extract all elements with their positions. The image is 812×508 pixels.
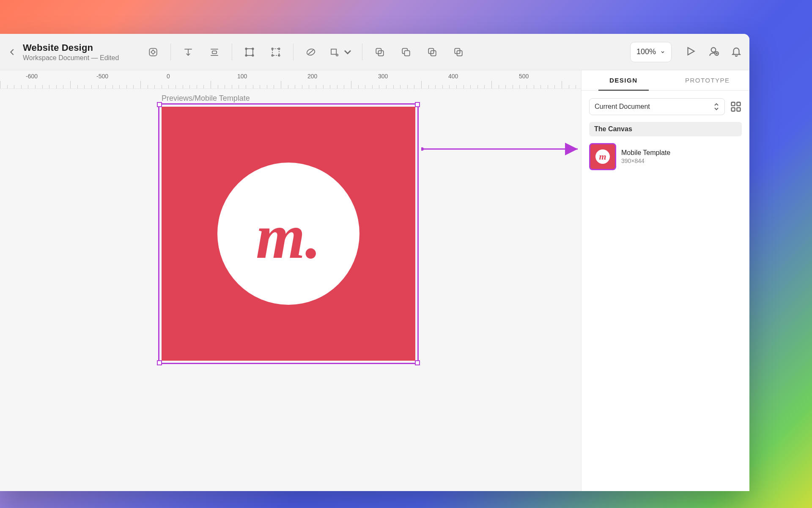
document-scope-select[interactable]: Current Document (589, 98, 725, 115)
svg-rect-1 (151, 50, 155, 54)
svg-rect-7 (246, 49, 253, 55)
chevron-down-icon (342, 46, 354, 58)
inspector-tabs: DESIGN PROTOTYPE (582, 70, 749, 91)
tab-design[interactable]: DESIGN (582, 70, 666, 90)
asset-thumbnail: m (589, 143, 616, 170)
svg-rect-39 (737, 108, 740, 111)
boolean-subtract-button[interactable] (395, 41, 417, 64)
frame-tool-button[interactable] (326, 41, 356, 64)
toolbar-separator (293, 44, 294, 61)
svg-point-35 (421, 147, 424, 151)
ruler-label: 500 (519, 73, 529, 80)
tab-prototype[interactable]: PROTOTYPE (666, 70, 750, 90)
ungroup-button[interactable] (264, 41, 287, 64)
ruler-label: 400 (448, 73, 458, 80)
ruler-label: -500 (96, 73, 108, 80)
inspector-section-header: The Canvas (589, 122, 742, 136)
insert-shape-button[interactable] (142, 41, 165, 64)
svg-rect-5 (212, 51, 217, 53)
chevron-down-icon (660, 50, 665, 55)
group-button[interactable] (238, 41, 261, 64)
document-scope-value: Current Document (595, 103, 650, 110)
titlebar: Website Design Workspace Document — Edit… (0, 34, 749, 70)
asset-name: Mobile Template (621, 149, 670, 157)
asset-thumb-letter: m (595, 149, 610, 164)
distribute-vertical-button[interactable] (177, 41, 200, 64)
resize-handle-nw[interactable] (157, 102, 162, 107)
svg-rect-36 (732, 102, 735, 106)
zoom-value: 100% (636, 47, 656, 56)
ruler-label: 300 (378, 73, 388, 80)
horizontal-ruler: -600 -500 0 100 200 300 400 500 /*ticks … (0, 70, 581, 89)
stepper-icon (713, 103, 719, 110)
play-preview-button[interactable] (685, 46, 696, 58)
toolbar: 100% (142, 41, 742, 64)
ruler-label: 0 (167, 73, 170, 80)
svg-rect-37 (737, 102, 740, 106)
svg-line-18 (308, 50, 313, 54)
document-subtitle: Workspace Document — Edited (23, 54, 119, 62)
svg-rect-24 (405, 50, 410, 55)
toolbar-separator (362, 44, 362, 61)
svg-rect-38 (732, 108, 735, 111)
notifications-button[interactable] (731, 46, 742, 58)
ruler-label: 200 (307, 73, 317, 80)
ruler-label: -600 (26, 73, 38, 80)
boolean-difference-button[interactable] (447, 41, 470, 64)
svg-rect-12 (272, 49, 279, 55)
svg-point-20 (336, 54, 338, 55)
distribute-horizontal-button[interactable] (203, 41, 226, 64)
toolbar-separator (170, 44, 171, 61)
resize-handle-sw[interactable] (157, 360, 162, 365)
svg-marker-29 (688, 47, 694, 55)
boolean-intersect-button[interactable] (421, 41, 444, 64)
color-adjust-button[interactable] (299, 41, 322, 64)
share-user-button[interactable] (708, 46, 719, 58)
toolbar-separator (232, 44, 232, 61)
app-window: Website Design Workspace Document — Edit… (0, 34, 749, 491)
boolean-union-button[interactable] (368, 41, 391, 64)
svg-rect-19 (331, 49, 336, 54)
selection-outline (158, 103, 419, 364)
asset-row[interactable]: m Mobile Template 390×844 (589, 143, 742, 170)
grid-view-icon[interactable] (730, 101, 742, 113)
artboard-label[interactable]: Previews/Mobile Template (162, 94, 250, 103)
document-title: Website Design (23, 42, 119, 53)
annotation-arrow (421, 141, 581, 157)
inspector-panel: DESIGN PROTOTYPE Current Document The Ca… (581, 70, 749, 491)
zoom-select[interactable]: 100% (630, 42, 672, 62)
desktop-background: Website Design Workspace Document — Edit… (0, 0, 812, 508)
svg-point-30 (711, 47, 716, 52)
resize-handle-ne[interactable] (415, 102, 420, 107)
document-title-block: Website Design Workspace Document — Edit… (23, 42, 119, 62)
ruler-label: 100 (237, 73, 247, 80)
back-chevron-icon[interactable] (8, 47, 17, 57)
resize-handle-se[interactable] (415, 360, 420, 365)
asset-dimensions: 390×844 (621, 157, 670, 164)
canvas[interactable]: -600 -500 0 100 200 300 400 500 /*ticks … (0, 70, 581, 491)
